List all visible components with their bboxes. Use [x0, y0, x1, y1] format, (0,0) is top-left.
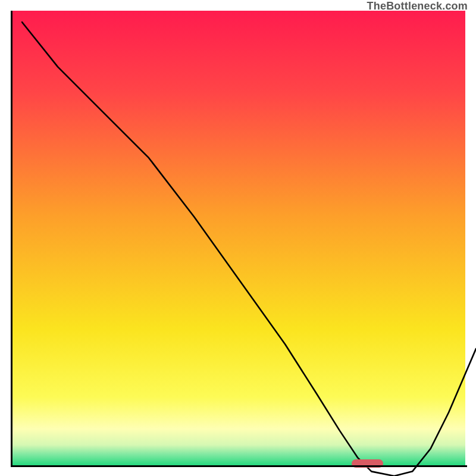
watermark-text: TheBottleneck.com [367, 0, 468, 12]
svg-rect-0 [11, 11, 465, 465]
gradient-background [11, 11, 465, 465]
plot-area [11, 11, 465, 465]
y-axis [11, 11, 12, 467]
x-axis [11, 465, 467, 467]
bottleneck-chart: TheBottleneck.com [0, 0, 476, 476]
